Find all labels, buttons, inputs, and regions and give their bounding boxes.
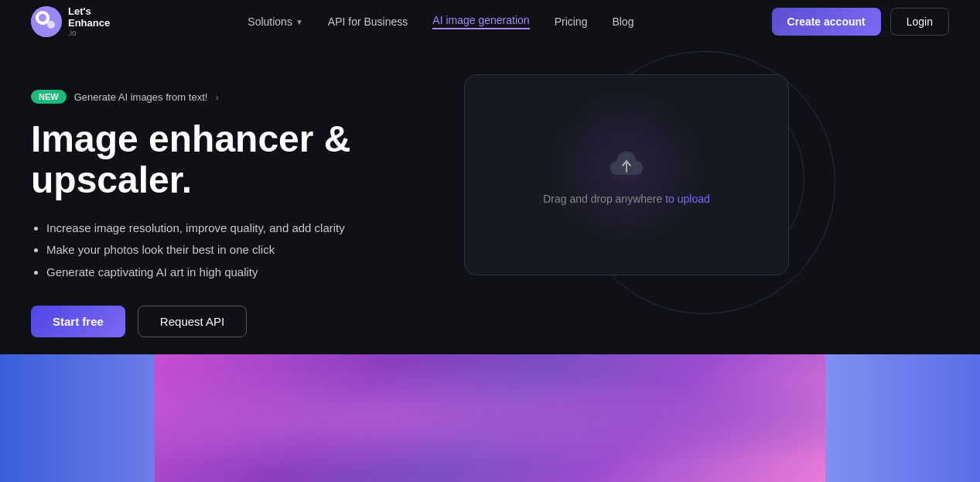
logo-lets: Let's	[68, 6, 110, 17]
nav-blog-label: Blog	[612, 15, 633, 28]
hero-buttons: Start free Request API	[31, 306, 464, 337]
request-api-button[interactable]: Request API	[138, 306, 247, 337]
nav-link-api[interactable]: API for Business	[328, 15, 408, 28]
hero-right: Drag and drop anywhere to upload	[464, 74, 789, 275]
start-free-button[interactable]: Start free	[31, 306, 125, 337]
hero-left: NEW Generate AI images from text! › Imag…	[31, 82, 464, 337]
hero-bullets: Increase image resolution, improve quali…	[31, 220, 464, 282]
login-button[interactable]: Login	[890, 8, 949, 36]
upload-link[interactable]: to upload	[665, 193, 710, 205]
upload-cloud-icon	[607, 145, 646, 183]
nav-links: Solutions ▼ API for Business AI image ge…	[248, 14, 633, 29]
upload-dropzone[interactable]: Drag and drop anywhere to upload	[464, 74, 789, 275]
hero-section: NEW Generate AI images from text! › Imag…	[0, 43, 980, 354]
nav-item-solutions[interactable]: Solutions ▼	[248, 15, 303, 28]
nav-solutions-label: Solutions	[248, 15, 292, 28]
bottom-center-image	[155, 354, 825, 482]
solutions-dropdown-icon: ▼	[295, 18, 303, 26]
logo-svg	[31, 6, 62, 37]
nav-item-pricing[interactable]: Pricing	[555, 15, 588, 28]
upload-text: Drag and drop anywhere to upload	[543, 193, 710, 205]
logo-text: Let's Enhance .io	[68, 6, 110, 37]
logo-io: .io	[68, 29, 110, 37]
logo-icon	[31, 6, 62, 37]
bullet-1: Increase image resolution, improve quali…	[46, 220, 464, 238]
bullet-3: Generate captivating AI art in high qual…	[46, 264, 464, 282]
bullet-2: Make your photos look their best in one …	[46, 241, 464, 259]
nav-link-blog[interactable]: Blog	[612, 15, 633, 28]
bottom-right-gradient	[825, 354, 980, 482]
new-badge: NEW	[31, 90, 67, 104]
cloud-svg	[607, 145, 646, 176]
nav-pricing-label: Pricing	[555, 15, 588, 28]
svg-point-2	[40, 15, 46, 22]
hero-right-wrapper: Drag and drop anywhere to upload	[464, 82, 789, 275]
logo-enhance: Enhance	[68, 18, 110, 29]
hero-title: Image enhancer & upscaler.	[31, 119, 464, 201]
nav-link-ai-gen[interactable]: AI image generation	[432, 14, 529, 29]
nav-link-solutions[interactable]: Solutions ▼	[248, 15, 303, 28]
create-account-button[interactable]: Create account	[772, 8, 881, 36]
svg-point-0	[31, 6, 62, 37]
drag-drop-text: Drag and drop anywhere	[543, 193, 665, 205]
new-badge-row[interactable]: NEW Generate AI images from text! ›	[31, 90, 464, 104]
bottom-left-gradient	[0, 354, 155, 482]
nav-api-label: API for Business	[328, 15, 408, 28]
navbar: Let's Enhance .io Solutions ▼ API for Bu…	[0, 0, 980, 43]
nav-item-ai-gen[interactable]: AI image generation	[432, 14, 529, 29]
new-badge-arrow-icon: ›	[215, 91, 218, 103]
svg-point-1	[37, 12, 50, 25]
bottom-gradient-area	[0, 354, 980, 482]
nav-item-blog[interactable]: Blog	[612, 15, 633, 28]
nav-link-pricing[interactable]: Pricing	[555, 15, 588, 28]
logo[interactable]: Let's Enhance .io	[31, 6, 110, 37]
nav-item-api[interactable]: API for Business	[328, 15, 408, 28]
svg-point-3	[47, 21, 55, 29]
nav-actions: Create account Login	[772, 8, 949, 36]
new-badge-description: Generate AI images from text!	[74, 91, 208, 103]
nav-ai-gen-label: AI image generation	[432, 14, 529, 26]
